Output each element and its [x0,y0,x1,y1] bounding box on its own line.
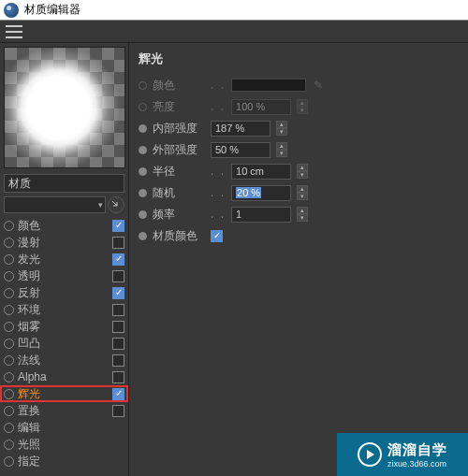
channel-row-7[interactable]: 凹凸 [0,335,128,352]
prop-outer: 外部强度 50 % ▴▾ [139,139,459,160]
channel-row-1[interactable]: 漫射 [0,234,128,251]
radio-icon[interactable] [4,288,14,298]
radio-icon[interactable] [4,406,14,416]
radio-icon[interactable] [4,305,14,315]
matcolor-checkbox[interactable] [211,230,223,242]
channel-label: 光照 [18,437,109,453]
channel-label: 辉光 [18,386,109,402]
channel-row-11[interactable]: 置换 [0,402,128,419]
outer-input[interactable]: 50 % [211,142,271,158]
channel-checkbox[interactable] [112,388,124,400]
spinner[interactable]: ▴▾ [276,121,287,136]
eyedropper-icon[interactable]: ✎ [312,79,325,92]
prop-color: 颜色 . . ✎ [139,75,459,95]
channel-label: 法线 [18,353,109,368]
random-input[interactable]: 20 % [231,185,291,201]
radio-icon[interactable] [4,238,14,248]
spinner[interactable]: ▴▾ [297,99,308,114]
channel-row-9[interactable]: Alpha [0,368,128,385]
channel-row-3[interactable]: 透明 [0,267,128,284]
properties-panel: 辉光 颜色 . . ✎ 亮度 . . 100 % ▴▾ 内部强度 187 % ▴… [129,43,468,476]
channel-label: 凹凸 [18,336,109,352]
channel-label: 反射 [18,285,109,301]
channel-checkbox[interactable] [112,304,124,316]
radio-icon [139,81,147,90]
channel-checkbox[interactable] [112,405,124,417]
radio-icon[interactable] [4,423,14,433]
color-swatch[interactable] [231,79,306,92]
spinner[interactable]: ▴▾ [297,207,308,222]
radio-icon[interactable] [4,372,14,382]
radio-icon[interactable] [4,440,14,450]
prop-random: 随机 . . 20 % ▴▾ [139,182,459,203]
radio-icon[interactable] [4,254,14,265]
radio-icon[interactable] [139,189,147,197]
channel-row-13[interactable]: 光照 [0,436,128,453]
material-name-input[interactable] [4,174,124,193]
channel-checkbox[interactable] [112,338,124,350]
radio-icon[interactable] [139,232,147,240]
freq-input[interactable]: 1 [231,207,291,223]
channel-label: 发光 [18,252,109,267]
channel-label: Alpha [18,370,109,383]
radio-icon[interactable] [139,124,147,133]
radio-icon[interactable] [4,355,14,366]
channel-row-6[interactable]: 烟雾 [0,318,128,335]
radio-icon[interactable] [4,322,14,332]
radio-icon [139,103,147,111]
channel-checkbox[interactable] [112,287,124,299]
radio-icon[interactable] [4,221,14,231]
channel-checkbox[interactable] [112,237,124,249]
channel-row-5[interactable]: 环境 [0,301,128,318]
spinner[interactable]: ▴▾ [297,185,308,200]
window-title: 材质编辑器 [24,2,80,18]
radio-icon[interactable] [4,389,14,399]
channel-label: 漫射 [18,235,109,251]
chevron-down-icon: ▾ [98,200,103,209]
channel-checkbox[interactable] [112,371,124,383]
channel-label: 环境 [18,302,109,318]
radio-icon[interactable] [139,146,147,154]
prop-brightness: 亮度 . . 100 % ▴▾ [139,96,459,117]
menu-icon[interactable] [6,25,22,38]
titlebar: 材质编辑器 [0,0,468,21]
channel-checkbox[interactable] [112,321,124,333]
channel-checkbox[interactable] [112,220,124,232]
radio-icon[interactable] [4,271,14,281]
prop-inner: 内部强度 187 % ▴▾ [139,118,459,138]
channel-label: 颜色 [18,218,109,234]
prop-radius: 半径 . . 10 cm ▴▾ [139,161,459,181]
spinner[interactable]: ▴▾ [276,142,287,157]
radio-icon[interactable] [139,167,147,176]
channel-checkbox[interactable] [112,354,124,367]
channel-row-14[interactable]: 指定 [0,453,128,469]
inner-input[interactable]: 187 % [211,121,271,137]
prop-matcolor: 材质颜色 [139,225,459,246]
channel-row-0[interactable]: 颜色 [0,217,128,234]
channel-label: 烟雾 [18,319,109,335]
watermark: 溜溜自学 zixue.3d66.com [337,433,468,476]
channel-list: 颜色漫射发光透明反射环境烟雾凹凸法线Alpha辉光置换编辑光照指定 [0,215,128,476]
channel-label: 指定 [18,454,109,469]
play-icon [358,442,382,467]
brightness-input[interactable]: 100 % [231,99,291,115]
channel-row-10[interactable]: 辉光 [0,385,128,402]
radio-icon[interactable] [4,339,14,349]
app-icon [4,3,19,18]
channel-row-8[interactable]: 法线 [0,352,128,368]
channel-checkbox[interactable] [112,253,124,266]
picker-icon[interactable] [108,196,124,213]
channel-row-2[interactable]: 发光 [0,251,128,267]
preview-glow [5,48,124,167]
channel-row-4[interactable]: 反射 [0,284,128,301]
radio-icon[interactable] [139,210,147,219]
layer-selector[interactable]: ▾ [4,196,106,213]
spinner[interactable]: ▴▾ [297,164,308,179]
channel-row-12[interactable]: 编辑 [0,419,128,436]
radio-icon[interactable] [4,456,14,467]
material-preview[interactable] [4,47,125,168]
channel-checkbox[interactable] [112,270,124,282]
left-panel: ▾ 颜色漫射发光透明反射环境烟雾凹凸法线Alpha辉光置换编辑光照指定 [0,43,129,476]
radius-input[interactable]: 10 cm [231,164,291,180]
channel-label: 编辑 [18,420,109,436]
